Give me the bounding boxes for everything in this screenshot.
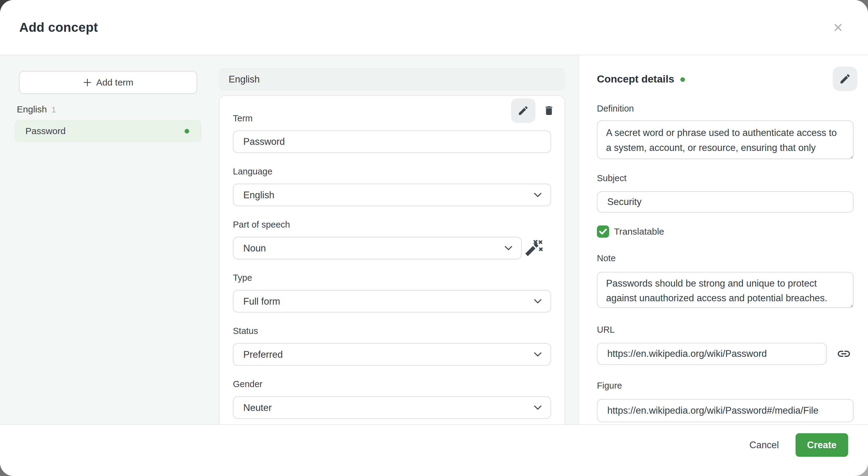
dialog-header: Add concept [0, 0, 868, 55]
trash-icon [543, 105, 555, 117]
gender-label: Gender [233, 379, 551, 389]
definition-textarea[interactable]: A secret word or phrase used to authenti… [597, 120, 854, 159]
gender-select[interactable]: Neuter [233, 396, 551, 419]
term-input[interactable] [233, 130, 551, 153]
term-count: 1 [51, 105, 56, 115]
close-icon [832, 22, 844, 33]
language-section-header: English [219, 68, 565, 91]
term-label: Term [233, 113, 551, 124]
note-textarea[interactable]: Passwords should be strong and unique to… [597, 272, 854, 308]
note-label: Note [597, 253, 854, 264]
url-field [597, 343, 854, 365]
figure-input[interactable] [597, 399, 854, 422]
link-icon [837, 346, 851, 361]
concept-details-header: Concept details [597, 67, 854, 91]
dialog-body: Add term English 1 Password English [0, 55, 868, 424]
concept-details-panel: Concept details Definition A secret word… [579, 55, 868, 424]
language-section-title: English [228, 74, 260, 85]
part-of-speech-field-group: Part of speech Noun [233, 219, 551, 259]
add-concept-dialog: Add concept Add term English 1 Password [0, 0, 868, 476]
close-button[interactable] [828, 18, 848, 37]
delete-term-button[interactable] [540, 100, 557, 122]
language-label: Language [233, 166, 551, 177]
concept-details-title: Concept details [597, 73, 674, 85]
edit-term-button[interactable] [511, 98, 535, 123]
status-select[interactable]: Preferred [233, 343, 551, 366]
concept-status-dot [680, 77, 685, 82]
term-status-dot [185, 129, 189, 133]
translatable-label: Translatable [614, 226, 664, 237]
language-group-header: English 1 [17, 104, 199, 115]
status-field-group: Status Preferred [233, 325, 551, 366]
checkmark-icon [599, 228, 607, 235]
definition-label: Definition [597, 103, 854, 114]
language-field-group: Language English [233, 166, 551, 206]
dialog-footer: Cancel Create [0, 424, 868, 476]
pencil-icon [518, 105, 529, 117]
language-group-label: English [17, 104, 47, 115]
url-label: URL [597, 324, 854, 335]
subject-label: Subject [597, 172, 854, 184]
term-sidebar: Add term English 1 Password [0, 55, 216, 424]
open-link-button[interactable] [836, 346, 852, 362]
term-field-group: Term [233, 113, 551, 153]
term-card: Term Language English Part of speech Nou… [219, 95, 565, 424]
type-field-group: Type Full form [233, 272, 551, 313]
figure-label: Figure [597, 380, 854, 391]
add-term-button[interactable]: Add term [19, 71, 197, 94]
type-label: Type [233, 272, 551, 283]
edit-concept-button[interactable] [833, 67, 857, 91]
cancel-button[interactable]: Cancel [739, 433, 789, 457]
term-card-actions [511, 98, 557, 123]
language-select[interactable]: English [233, 184, 551, 206]
add-term-label: Add term [96, 77, 133, 88]
term-list-item-password[interactable]: Password [15, 120, 201, 142]
url-input[interactable] [597, 343, 827, 365]
status-label: Status [233, 325, 551, 337]
pencil-icon [839, 73, 851, 85]
term-item-label: Password [25, 126, 66, 136]
part-of-speech-label: Part of speech [233, 219, 551, 230]
translatable-field: Translatable [597, 225, 854, 238]
dialog-title: Add concept [19, 20, 98, 35]
translatable-checkbox[interactable] [597, 225, 609, 238]
magic-wand-button[interactable] [522, 237, 545, 259]
magic-wand-icon [524, 239, 543, 258]
plus-icon [83, 78, 92, 87]
gender-field-group: Gender Neuter [233, 379, 551, 419]
part-of-speech-select[interactable]: Noun [233, 237, 522, 259]
subject-input[interactable] [597, 191, 854, 213]
create-button[interactable]: Create [796, 433, 848, 457]
type-select[interactable]: Full form [233, 290, 551, 313]
term-editor-column: English Term Language [216, 55, 579, 424]
